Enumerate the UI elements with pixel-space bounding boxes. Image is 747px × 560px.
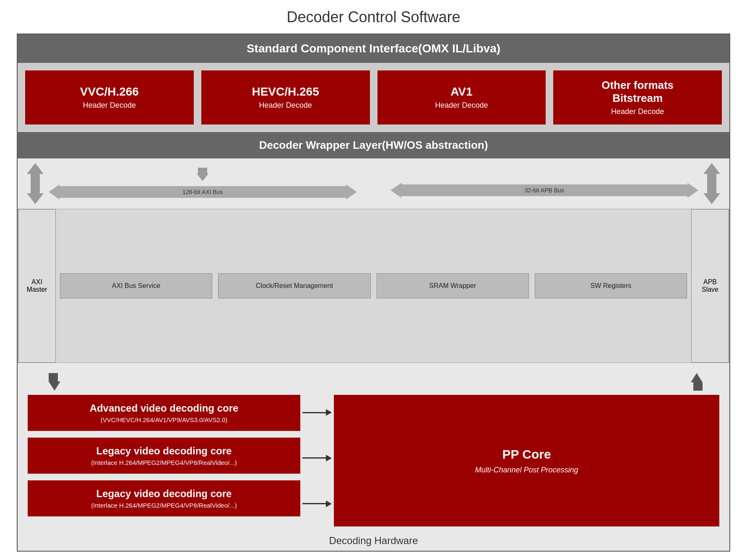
pp-core: PP Core Multi-Channel Post Processing: [334, 395, 719, 526]
legacy-decode-core-1: Legacy video decoding core (Interlace H.…: [28, 438, 300, 474]
legacy-core1-sub: (Interlace H.264/MPEG2/MPEG4/VP8/RealVid…: [91, 459, 237, 466]
codec-vvc: VVC/H.266 Header Decode: [25, 70, 194, 124]
page-title: Decoder Control Software: [286, 8, 460, 26]
axi-bus-service: AXI Bus Service: [60, 273, 212, 298]
advanced-core-sub: (VVC/HEVC/H.264/AV1/VP9/AVS3.0/AVS2.0): [101, 416, 228, 423]
left-v-arrow-up: [27, 163, 44, 174]
pp-core-sub: Multi-Channel Post Processing: [475, 466, 578, 474]
codec-hevc-name: HEVC/H.265: [252, 85, 319, 99]
codec-other-sub: Header Decode: [611, 107, 664, 116]
small-down-head: [197, 174, 208, 181]
apb-bus-arrow: 32-bit APB Bus: [390, 183, 699, 198]
codec-row: VVC/H.266 Header Decode HEVC/H.265 Heade…: [18, 63, 729, 132]
advanced-core-title: Advanced video decoding core: [90, 402, 239, 414]
outer-border: Standard Component Interface(OMX IL/Libv…: [17, 34, 730, 552]
connector-arrows: [300, 373, 334, 526]
pp-section: PP Core Multi-Channel Post Processing: [334, 373, 719, 526]
wrapper-bar: Decoder Wrapper Layer(HW/OS abstraction): [18, 132, 729, 158]
legacy-core1-title: Legacy video decoding core: [96, 445, 232, 457]
axi-master: AXI Master: [18, 209, 56, 363]
left-v-arrow-body: [31, 174, 40, 193]
apb-bus-body: 32-bit APB Bus: [401, 184, 688, 196]
apb-left-arrowhead: [390, 183, 401, 198]
codec-hevc-sub: Header Decode: [259, 101, 312, 110]
apb-slave: APB Slave: [691, 209, 729, 363]
codec-other-name: Other formatsBitstream: [601, 79, 674, 105]
pp-core-title: PP Core: [502, 447, 551, 461]
axi-left-arrowhead: [49, 184, 60, 200]
axi-right-arrowhead: [346, 184, 357, 200]
hw-inner: AXI Bus Service Clock/Reset Management S…: [56, 209, 691, 363]
codec-vvc-name: VVC/H.266: [80, 85, 139, 99]
codec-av1: AV1 Header Decode: [377, 70, 546, 124]
codec-av1-sub: Header Decode: [435, 101, 488, 110]
left-v-arrow-down: [27, 193, 44, 204]
right-v-arrow-up: [703, 163, 720, 174]
legacy-core2-sub: (Interlace H.264/MPEG2/MPEG4/VP8/RealVid…: [91, 502, 237, 509]
down-arrow-head1: [49, 381, 60, 391]
decode-cores-section: Advanced video decoding core (VVC/HEVC/H…: [28, 373, 300, 526]
right-v-arrow-body: [707, 174, 716, 193]
codec-vvc-sub: Header Decode: [83, 101, 136, 110]
up-arrow-head: [691, 373, 703, 382]
apb-bus-label: 32-bit APB Bus: [401, 187, 688, 194]
right-v-arrow-down: [703, 193, 720, 204]
hw-section: AXI Master AXI Bus Service Clock/Reset M…: [18, 209, 729, 363]
decoding-hw: Advanced video decoding core (VVC/HEVC/H…: [18, 363, 729, 531]
up-arrow-body: [693, 382, 703, 391]
sw-registers: SW Registers: [535, 273, 687, 298]
down-arrow-body1: [49, 373, 58, 381]
sram-wrapper: SRAM Wrapper: [377, 273, 529, 298]
clock-reset: Clock/Reset Management: [218, 273, 370, 298]
legacy-core2-title: Legacy video decoding core: [96, 488, 232, 500]
small-down-body: [198, 168, 207, 174]
sci-bar: Standard Component Interface(OMX IL/Libv…: [18, 34, 729, 63]
axi-bus-arrow: 128-bit AXI Bus: [49, 184, 357, 200]
codec-av1-name: AV1: [450, 85, 472, 99]
axi-bus-body: 128-bit AXI Bus: [60, 186, 346, 198]
axi-bus-label: 128-bit AXI Bus: [60, 189, 346, 195]
legacy-decode-core-2: Legacy video decoding core (Interlace H.…: [28, 480, 300, 516]
codec-hevc: HEVC/H.265 Header Decode: [201, 70, 370, 124]
codec-other: Other formatsBitstream Header Decode: [553, 70, 722, 124]
apb-right-arrowhead: [687, 183, 698, 198]
decoding-hw-label: Decoding Hardware: [18, 531, 729, 551]
main-container: Decoder Control Software Standard Compon…: [0, 0, 747, 560]
advanced-decode-core: Advanced video decoding core (VVC/HEVC/H…: [28, 395, 300, 431]
